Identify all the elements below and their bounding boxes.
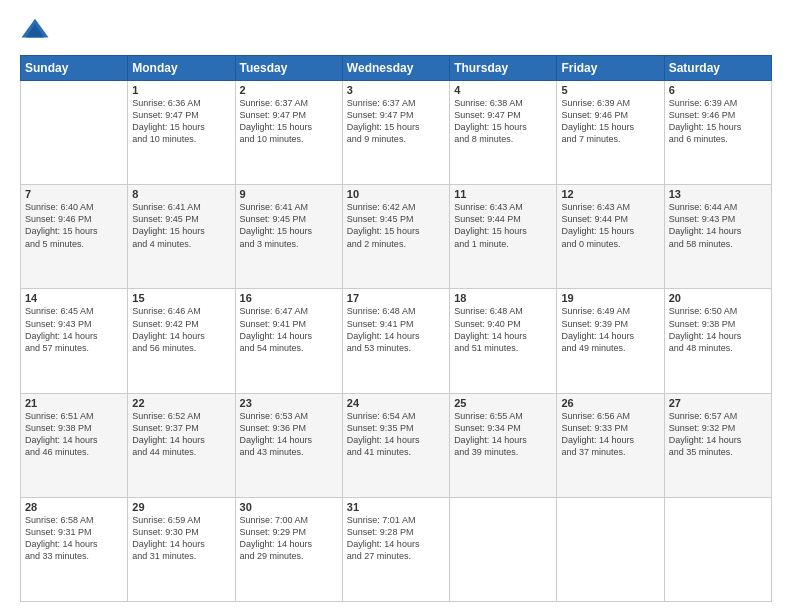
cell-info: Sunrise: 6:39 AM Sunset: 9:46 PM Dayligh…	[561, 97, 659, 146]
day-number: 1	[132, 84, 230, 96]
calendar-cell: 14Sunrise: 6:45 AM Sunset: 9:43 PM Dayli…	[21, 289, 128, 393]
calendar-cell: 9Sunrise: 6:41 AM Sunset: 9:45 PM Daylig…	[235, 185, 342, 289]
calendar-week-5: 28Sunrise: 6:58 AM Sunset: 9:31 PM Dayli…	[21, 497, 772, 601]
calendar-cell	[557, 497, 664, 601]
cell-info: Sunrise: 6:57 AM Sunset: 9:32 PM Dayligh…	[669, 410, 767, 459]
day-number: 10	[347, 188, 445, 200]
calendar-cell: 16Sunrise: 6:47 AM Sunset: 9:41 PM Dayli…	[235, 289, 342, 393]
calendar-week-4: 21Sunrise: 6:51 AM Sunset: 9:38 PM Dayli…	[21, 393, 772, 497]
calendar-table: SundayMondayTuesdayWednesdayThursdayFrid…	[20, 55, 772, 602]
calendar-cell: 12Sunrise: 6:43 AM Sunset: 9:44 PM Dayli…	[557, 185, 664, 289]
day-header-saturday: Saturday	[664, 56, 771, 81]
calendar-cell: 10Sunrise: 6:42 AM Sunset: 9:45 PM Dayli…	[342, 185, 449, 289]
calendar-cell: 28Sunrise: 6:58 AM Sunset: 9:31 PM Dayli…	[21, 497, 128, 601]
day-header-sunday: Sunday	[21, 56, 128, 81]
cell-info: Sunrise: 6:50 AM Sunset: 9:38 PM Dayligh…	[669, 305, 767, 354]
cell-info: Sunrise: 6:52 AM Sunset: 9:37 PM Dayligh…	[132, 410, 230, 459]
day-number: 14	[25, 292, 123, 304]
calendar-cell	[664, 497, 771, 601]
cell-info: Sunrise: 6:54 AM Sunset: 9:35 PM Dayligh…	[347, 410, 445, 459]
header	[20, 15, 772, 45]
day-number: 18	[454, 292, 552, 304]
cell-info: Sunrise: 6:53 AM Sunset: 9:36 PM Dayligh…	[240, 410, 338, 459]
page: SundayMondayTuesdayWednesdayThursdayFrid…	[0, 0, 792, 612]
calendar-cell: 22Sunrise: 6:52 AM Sunset: 9:37 PM Dayli…	[128, 393, 235, 497]
day-number: 9	[240, 188, 338, 200]
calendar-cell: 11Sunrise: 6:43 AM Sunset: 9:44 PM Dayli…	[450, 185, 557, 289]
cell-info: Sunrise: 6:58 AM Sunset: 9:31 PM Dayligh…	[25, 514, 123, 563]
day-number: 28	[25, 501, 123, 513]
day-number: 2	[240, 84, 338, 96]
cell-info: Sunrise: 7:00 AM Sunset: 9:29 PM Dayligh…	[240, 514, 338, 563]
calendar-week-2: 7Sunrise: 6:40 AM Sunset: 9:46 PM Daylig…	[21, 185, 772, 289]
cell-info: Sunrise: 6:48 AM Sunset: 9:41 PM Dayligh…	[347, 305, 445, 354]
cell-info: Sunrise: 6:46 AM Sunset: 9:42 PM Dayligh…	[132, 305, 230, 354]
cell-info: Sunrise: 6:36 AM Sunset: 9:47 PM Dayligh…	[132, 97, 230, 146]
day-number: 5	[561, 84, 659, 96]
day-number: 8	[132, 188, 230, 200]
cell-info: Sunrise: 6:45 AM Sunset: 9:43 PM Dayligh…	[25, 305, 123, 354]
day-number: 4	[454, 84, 552, 96]
calendar-cell: 27Sunrise: 6:57 AM Sunset: 9:32 PM Dayli…	[664, 393, 771, 497]
cell-info: Sunrise: 6:41 AM Sunset: 9:45 PM Dayligh…	[240, 201, 338, 250]
day-header-tuesday: Tuesday	[235, 56, 342, 81]
calendar-cell: 31Sunrise: 7:01 AM Sunset: 9:28 PM Dayli…	[342, 497, 449, 601]
day-number: 22	[132, 397, 230, 409]
cell-info: Sunrise: 6:40 AM Sunset: 9:46 PM Dayligh…	[25, 201, 123, 250]
cell-info: Sunrise: 6:47 AM Sunset: 9:41 PM Dayligh…	[240, 305, 338, 354]
cell-info: Sunrise: 6:41 AM Sunset: 9:45 PM Dayligh…	[132, 201, 230, 250]
day-number: 19	[561, 292, 659, 304]
day-number: 7	[25, 188, 123, 200]
cell-info: Sunrise: 6:48 AM Sunset: 9:40 PM Dayligh…	[454, 305, 552, 354]
calendar-cell: 24Sunrise: 6:54 AM Sunset: 9:35 PM Dayli…	[342, 393, 449, 497]
calendar-cell: 30Sunrise: 7:00 AM Sunset: 9:29 PM Dayli…	[235, 497, 342, 601]
calendar-cell: 7Sunrise: 6:40 AM Sunset: 9:46 PM Daylig…	[21, 185, 128, 289]
day-number: 24	[347, 397, 445, 409]
logo-icon	[20, 15, 50, 45]
day-header-wednesday: Wednesday	[342, 56, 449, 81]
calendar-cell: 25Sunrise: 6:55 AM Sunset: 9:34 PM Dayli…	[450, 393, 557, 497]
cell-info: Sunrise: 6:49 AM Sunset: 9:39 PM Dayligh…	[561, 305, 659, 354]
cell-info: Sunrise: 6:56 AM Sunset: 9:33 PM Dayligh…	[561, 410, 659, 459]
day-number: 16	[240, 292, 338, 304]
day-number: 15	[132, 292, 230, 304]
calendar-cell	[450, 497, 557, 601]
day-number: 13	[669, 188, 767, 200]
day-number: 27	[669, 397, 767, 409]
logo	[20, 15, 56, 45]
calendar-cell	[21, 81, 128, 185]
day-number: 29	[132, 501, 230, 513]
calendar-cell: 29Sunrise: 6:59 AM Sunset: 9:30 PM Dayli…	[128, 497, 235, 601]
calendar-week-3: 14Sunrise: 6:45 AM Sunset: 9:43 PM Dayli…	[21, 289, 772, 393]
calendar-cell: 13Sunrise: 6:44 AM Sunset: 9:43 PM Dayli…	[664, 185, 771, 289]
day-number: 20	[669, 292, 767, 304]
calendar-week-1: 1Sunrise: 6:36 AM Sunset: 9:47 PM Daylig…	[21, 81, 772, 185]
calendar-cell: 21Sunrise: 6:51 AM Sunset: 9:38 PM Dayli…	[21, 393, 128, 497]
cell-info: Sunrise: 6:38 AM Sunset: 9:47 PM Dayligh…	[454, 97, 552, 146]
day-number: 17	[347, 292, 445, 304]
cell-info: Sunrise: 6:39 AM Sunset: 9:46 PM Dayligh…	[669, 97, 767, 146]
calendar-cell: 6Sunrise: 6:39 AM Sunset: 9:46 PM Daylig…	[664, 81, 771, 185]
calendar-cell: 3Sunrise: 6:37 AM Sunset: 9:47 PM Daylig…	[342, 81, 449, 185]
day-header-monday: Monday	[128, 56, 235, 81]
cell-info: Sunrise: 6:44 AM Sunset: 9:43 PM Dayligh…	[669, 201, 767, 250]
day-number: 31	[347, 501, 445, 513]
cell-info: Sunrise: 6:59 AM Sunset: 9:30 PM Dayligh…	[132, 514, 230, 563]
calendar-header-row: SundayMondayTuesdayWednesdayThursdayFrid…	[21, 56, 772, 81]
day-number: 21	[25, 397, 123, 409]
day-number: 11	[454, 188, 552, 200]
calendar-cell: 17Sunrise: 6:48 AM Sunset: 9:41 PM Dayli…	[342, 289, 449, 393]
calendar-cell: 18Sunrise: 6:48 AM Sunset: 9:40 PM Dayli…	[450, 289, 557, 393]
cell-info: Sunrise: 6:37 AM Sunset: 9:47 PM Dayligh…	[347, 97, 445, 146]
calendar-cell: 19Sunrise: 6:49 AM Sunset: 9:39 PM Dayli…	[557, 289, 664, 393]
calendar-cell: 5Sunrise: 6:39 AM Sunset: 9:46 PM Daylig…	[557, 81, 664, 185]
calendar-cell: 23Sunrise: 6:53 AM Sunset: 9:36 PM Dayli…	[235, 393, 342, 497]
cell-info: Sunrise: 7:01 AM Sunset: 9:28 PM Dayligh…	[347, 514, 445, 563]
cell-info: Sunrise: 6:55 AM Sunset: 9:34 PM Dayligh…	[454, 410, 552, 459]
day-number: 12	[561, 188, 659, 200]
cell-info: Sunrise: 6:43 AM Sunset: 9:44 PM Dayligh…	[454, 201, 552, 250]
cell-info: Sunrise: 6:37 AM Sunset: 9:47 PM Dayligh…	[240, 97, 338, 146]
day-number: 26	[561, 397, 659, 409]
cell-info: Sunrise: 6:43 AM Sunset: 9:44 PM Dayligh…	[561, 201, 659, 250]
day-number: 3	[347, 84, 445, 96]
